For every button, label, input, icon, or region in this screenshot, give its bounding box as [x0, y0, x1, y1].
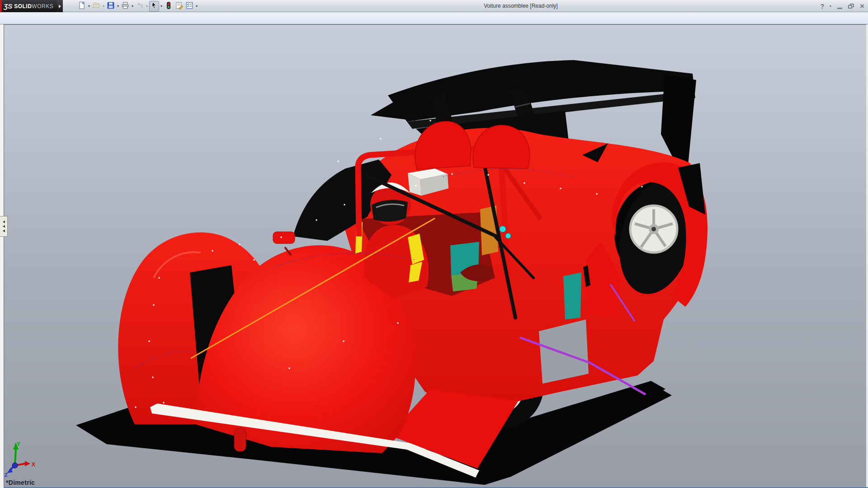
left-window-border: [0, 24, 4, 488]
solidworks-logo[interactable]: ƷS SOLID WORKS: [0, 0, 57, 12]
toolbar-row: ▾▾▾▾▾: [0, 12, 868, 24]
feature-pane-collapse-tab[interactable]: [0, 216, 8, 237]
3d-scene[interactable]: Y X Z: [0, 25, 868, 488]
undo-button[interactable]: [135, 1, 145, 12]
mirror-lens: [500, 226, 506, 232]
select-icon: [150, 1, 158, 11]
title-bar: ƷS SOLID WORKS ▾▾▾▾▾▾▾ Voiture assomblee…: [0, 0, 868, 12]
race-car-model[interactable]: [76, 60, 708, 485]
options-button[interactable]: [184, 1, 194, 12]
new-document-dropdown-icon[interactable]: ▾: [87, 1, 91, 12]
window-title: Voiture assomblee [Read-only]: [484, 0, 557, 12]
options-dropdown-icon[interactable]: ▾: [195, 1, 198, 12]
print-button[interactable]: [120, 1, 130, 12]
logo-red-strip: [0, 0, 2, 12]
help-icon[interactable]: ?: [819, 2, 826, 11]
save-icon: [107, 1, 115, 11]
file-properties-icon: [175, 1, 183, 11]
window-controls: ? ▾ ×: [819, 0, 866, 12]
options-icon: [185, 1, 193, 11]
solidworks-logo-text-light: WORKS: [32, 3, 53, 9]
view-orientation-label: *Dimetric: [6, 479, 35, 486]
close-button[interactable]: ×: [858, 2, 866, 11]
solidworks-logo-mark: ƷS: [4, 2, 12, 10]
minimize-button[interactable]: [835, 2, 844, 11]
save-dropdown-icon[interactable]: ▾: [116, 1, 120, 12]
triad-x-label: X: [32, 461, 35, 468]
solidworks-logo-text-bold: SOLID: [14, 3, 32, 9]
restore-button[interactable]: [847, 2, 855, 11]
reference-triad: Y X Z: [5, 441, 35, 478]
select-button[interactable]: [149, 1, 159, 12]
menu-flyout-arrow-icon[interactable]: [57, 0, 63, 12]
standard-toolbar: ▾▾▾▾▾▾▾: [77, 0, 198, 12]
open-dropdown-icon[interactable]: ▾: [102, 1, 105, 12]
sidepod-panel: [563, 272, 581, 319]
triad-y-label: Y: [17, 441, 20, 447]
helmet-visor: [372, 200, 408, 221]
new-document-icon: [78, 1, 86, 11]
undo-icon: [136, 1, 144, 11]
tow-hook: [234, 428, 246, 451]
open-button[interactable]: [91, 1, 101, 12]
print-icon: [121, 1, 129, 11]
triad-z-label: Z: [5, 472, 8, 478]
undo-dropdown-icon[interactable]: ▾: [145, 1, 149, 12]
rebuild-icon: [165, 1, 173, 11]
select-dropdown-icon[interactable]: ▾: [160, 1, 163, 12]
right-window-border: [866, 24, 868, 488]
open-icon: [92, 1, 100, 11]
help-dropdown-icon[interactable]: ▾: [829, 2, 832, 11]
print-dropdown-icon[interactable]: ▾: [131, 1, 134, 12]
graphics-area[interactable]: Y X Z: [0, 24, 868, 488]
rebuild-button[interactable]: [164, 1, 174, 12]
solidworks-window: ƷS SOLID WORKS ▾▾▾▾▾▾▾ Voiture assomblee…: [0, 0, 868, 488]
save-button[interactable]: [106, 1, 116, 12]
file-properties-button[interactable]: [174, 1, 184, 12]
new-document-button[interactable]: [77, 1, 87, 12]
